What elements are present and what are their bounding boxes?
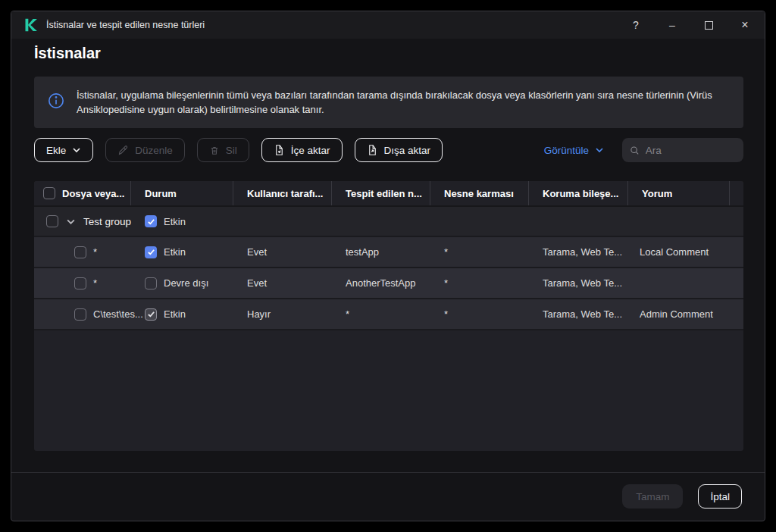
- row-comment-cell: Admin Comment: [628, 308, 730, 320]
- import-button[interactable]: İçe aktar: [261, 138, 343, 162]
- row-select-checkbox[interactable]: [74, 277, 86, 289]
- add-button[interactable]: Ekle: [34, 138, 93, 162]
- row-status-label: Etkin: [164, 308, 186, 320]
- row-status-cell: Etkin: [131, 308, 233, 321]
- row-status-cell: Etkin: [131, 246, 233, 258]
- toolbar: Ekle Düzenle Sil İçe aktar Dışa aktar Gö…: [34, 138, 743, 162]
- select-all-checkbox[interactable]: [43, 187, 55, 199]
- group-select-checkbox[interactable]: [46, 215, 58, 227]
- header-file-label: Dosya veya...: [62, 188, 124, 199]
- edit-button[interactable]: Düzenle: [105, 138, 185, 162]
- import-icon: [274, 144, 285, 156]
- row-select-checkbox[interactable]: [74, 246, 86, 258]
- row-status-label: Devre dışı: [164, 277, 208, 289]
- header-component-column[interactable]: Koruma bileşe...: [529, 181, 628, 205]
- row-path: *: [93, 246, 97, 258]
- search-icon: [630, 145, 640, 156]
- group-row[interactable]: Test group Etkin: [34, 207, 743, 237]
- info-banner-text: İstisnalar, uygulama bileşenlerinin tümü…: [77, 88, 743, 117]
- row-component-cell: Tarama, Web Te...: [529, 246, 628, 258]
- maximize-icon: [705, 21, 713, 30]
- kaspersky-logo-icon: [23, 17, 39, 33]
- maximize-button[interactable]: [690, 11, 727, 39]
- edit-button-label: Düzenle: [135, 145, 173, 156]
- delete-button[interactable]: Sil: [197, 138, 249, 162]
- row-path: *: [93, 277, 97, 289]
- row-user-cell: Evet: [233, 277, 332, 289]
- row-hash-cell: *: [430, 277, 529, 289]
- trash-icon: [209, 145, 220, 156]
- ok-button[interactable]: Tamam: [622, 484, 683, 509]
- row-file-cell: C\test\tes...: [34, 308, 131, 321]
- row-comment-cell: Local Comment: [628, 246, 730, 258]
- delete-button-label: Sil: [226, 145, 237, 156]
- table-row[interactable]: * Etkin Evet testApp * Tarama, Web Te...…: [34, 237, 743, 268]
- group-status-label: Etkin: [164, 216, 186, 227]
- cancel-button[interactable]: İptal: [698, 484, 742, 509]
- header-user-column[interactable]: Kullanıcı tarafı...: [233, 181, 332, 205]
- view-dropdown-label: Görüntüle: [544, 145, 589, 156]
- row-status-checkbox[interactable]: [145, 246, 157, 258]
- row-hash-cell: *: [430, 308, 529, 320]
- titlebar: İstisnalar ve tespit edilen nesne türler…: [11, 11, 765, 39]
- close-button[interactable]: ×: [727, 11, 763, 39]
- header-comment-column[interactable]: Yorum: [628, 181, 730, 205]
- row-detected-cell: *: [332, 308, 430, 320]
- view-dropdown[interactable]: Görüntüle: [544, 145, 604, 156]
- header-hash-column[interactable]: Nesne karması: [430, 181, 529, 205]
- pencil-icon: [117, 145, 129, 156]
- help-button[interactable]: ?: [618, 11, 654, 39]
- row-user-cell: Evet: [233, 246, 332, 258]
- table-row[interactable]: * Devre dışı Evet AnotherTestApp * Taram…: [34, 268, 743, 299]
- row-status-cell: Devre dışı: [131, 277, 233, 289]
- row-component-cell: Tarama, Web Te...: [529, 308, 628, 320]
- row-select-checkbox[interactable]: [74, 308, 86, 321]
- search-box: [622, 138, 743, 162]
- info-banner: İstisnalar, uygulama bileşenlerinin tümü…: [34, 77, 743, 128]
- footer-divider: [11, 472, 765, 473]
- row-file-cell: *: [34, 277, 131, 289]
- row-file-cell: *: [34, 246, 131, 258]
- app-window: İstisnalar ve tespit edilen nesne türler…: [11, 11, 765, 521]
- window-title: İstisnalar ve tespit edilen nesne türler…: [46, 20, 205, 30]
- export-icon: [367, 144, 378, 156]
- header-file-column[interactable]: Dosya veya...: [34, 181, 131, 205]
- export-button-label: Dışa aktar: [384, 145, 431, 156]
- export-button[interactable]: Dışa aktar: [355, 138, 443, 162]
- add-button-label: Ekle: [46, 145, 66, 156]
- row-user-cell: Hayır: [233, 308, 332, 320]
- info-icon: [48, 92, 64, 112]
- chevron-down-icon: [72, 146, 81, 155]
- header-status-column[interactable]: Durum: [131, 181, 233, 205]
- group-status-checkbox[interactable]: [145, 215, 157, 227]
- row-status-label: Etkin: [164, 246, 186, 258]
- row-component-cell: Tarama, Web Te...: [529, 277, 628, 289]
- row-status-checkbox[interactable]: [145, 308, 157, 321]
- header-end-spacer: [730, 181, 743, 205]
- table-row[interactable]: C\test\tes... Etkin Hayır * * Tarama, We…: [34, 299, 743, 330]
- row-hash-cell: *: [430, 246, 529, 258]
- group-status-cell: Etkin: [131, 215, 233, 227]
- row-detected-cell: testApp: [332, 246, 430, 258]
- window-controls: ? – ×: [618, 11, 763, 39]
- header-detected-column[interactable]: Tespit edilen n...: [332, 181, 430, 205]
- search-input[interactable]: [646, 145, 736, 156]
- group-name: Test group: [83, 216, 131, 227]
- group-name-cell: Test group: [34, 215, 131, 227]
- page-title: İstisnalar: [34, 45, 101, 62]
- table-header-row: Dosya veya... Durum Kullanıcı tarafı... …: [34, 181, 743, 207]
- exclusions-table: Dosya veya... Durum Kullanıcı tarafı... …: [34, 181, 743, 451]
- footer: Tamam İptal: [11, 484, 765, 509]
- group-expand-chevron-icon[interactable]: [66, 217, 76, 227]
- row-status-checkbox[interactable]: [145, 277, 157, 289]
- minimize-button[interactable]: –: [654, 11, 690, 39]
- chevron-down-icon: [595, 146, 604, 155]
- import-button-label: İçe aktar: [291, 145, 330, 156]
- row-detected-cell: AnotherTestApp: [332, 277, 430, 289]
